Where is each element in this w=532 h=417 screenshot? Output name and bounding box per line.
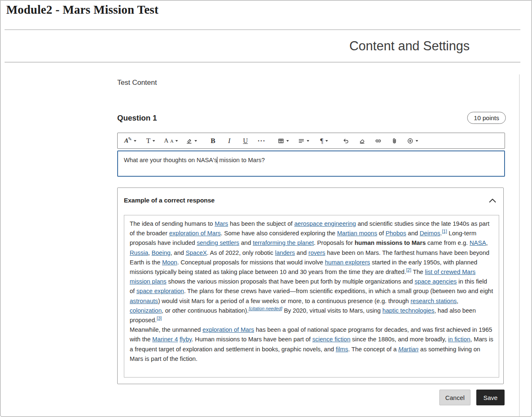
text-link[interactable]: exploration of Mars [202, 326, 254, 333]
text-link[interactable]: Russia [130, 249, 148, 256]
chevron-down-icon [325, 140, 328, 142]
points-badge[interactable]: 10 points [467, 112, 506, 124]
section-title: Content and Settings [349, 39, 470, 54]
more-options-button[interactable]: ··· [254, 135, 270, 147]
text-link[interactable]: Phobos [386, 230, 406, 237]
chevron-down-icon [416, 140, 418, 142]
chevron-down-icon [134, 140, 136, 142]
ellipsis-icon: ··· [258, 137, 266, 145]
text-link[interactable]: [2] [406, 267, 411, 272]
pencil-icon: ✎ [128, 136, 132, 142]
text-link[interactable]: rovers [308, 249, 325, 256]
text-link[interactable]: NASA [470, 239, 486, 246]
save-button[interactable]: Save [476, 390, 505, 405]
text-link[interactable]: Martian moons [337, 230, 377, 237]
eraser-icon [359, 138, 365, 144]
superscript-citation: [3] [157, 316, 162, 321]
chevron-down-icon [307, 140, 309, 142]
text-link[interactable]: astronauts [130, 298, 158, 304]
text-link[interactable]: Martian [398, 346, 419, 353]
cancel-button[interactable]: Cancel [439, 390, 470, 405]
underline-button[interactable]: U [237, 135, 254, 147]
bold-text: human missions to Mars [355, 239, 426, 246]
example-response-panel: Example of a correct response The idea o… [117, 188, 504, 384]
text-link[interactable]: Mars [214, 220, 228, 227]
bold-icon: B [211, 137, 215, 145]
example-header-toggle[interactable]: Example of a correct response [118, 188, 503, 204]
text-link[interactable]: Deimos [420, 230, 440, 237]
paperclip-icon [391, 138, 398, 144]
text-link[interactable]: Boeing [152, 249, 170, 256]
text-link[interactable]: films [336, 346, 348, 353]
text-link[interactable]: SpaceX [186, 249, 207, 256]
highlight-color-button[interactable] [181, 135, 202, 147]
chevron-down-icon [195, 140, 197, 142]
example-paragraph: The idea of sending humans to Mars has b… [130, 219, 493, 325]
text-link[interactable]: flyby [180, 336, 192, 343]
align-icon [298, 138, 305, 144]
editor-text-before-caret: What are your thoughts on NASA's [124, 157, 217, 163]
text-link[interactable]: in fiction [448, 336, 470, 343]
text-link[interactable]: science fiction [312, 336, 350, 343]
superscript-citation: [2] [406, 267, 411, 272]
example-paragraph: Meanwhile, the unmanned exploration of M… [130, 325, 493, 364]
table-icon [278, 138, 284, 144]
content-label: Test Content [117, 79, 157, 87]
divider-section [5, 62, 520, 62]
font-size-icon: A [164, 137, 169, 144]
page: Module2 - Mars Mission Test Content and … [0, 0, 532, 417]
divider-top [5, 30, 520, 30]
clear-formatting-button[interactable] [354, 135, 370, 147]
text-link[interactable]: space agencies [414, 278, 456, 285]
question-row: Question 1 10 points [117, 112, 506, 124]
font-style-icon: T [146, 137, 150, 145]
text-link[interactable]: human explorers [325, 259, 370, 266]
chevron-down-icon [286, 140, 289, 142]
attach-file-button[interactable] [386, 135, 402, 147]
superscript-citation: [1] [442, 229, 447, 234]
align-button[interactable] [293, 135, 314, 147]
text-link[interactable]: exploration of Mars [169, 230, 221, 237]
bold-button[interactable]: B [205, 135, 221, 147]
undo-icon [342, 138, 349, 144]
paragraph-format-button[interactable]: ¶ [314, 135, 334, 147]
scrollbar-track[interactable] [519, 74, 520, 416]
text-link[interactable]: landers [275, 249, 295, 256]
insert-content-button[interactable] [402, 135, 423, 147]
example-header-label: Example of a correct response [124, 197, 214, 204]
text-link[interactable]: aerospace engineering [294, 220, 356, 227]
text-link[interactable]: sending settlers [197, 239, 239, 246]
text-link[interactable]: colonization [130, 307, 162, 314]
chevron-up-icon[interactable] [489, 198, 496, 203]
undo-button[interactable] [337, 135, 354, 147]
page-title: Module2 - Mars Mission Test [6, 3, 158, 17]
example-response-text[interactable]: The idea of sending humans to Mars has b… [124, 215, 499, 378]
question-text-editor[interactable]: What are your thoughts on NASA's mission… [117, 151, 505, 177]
link-icon [375, 138, 382, 144]
text-link[interactable]: terraforming the planet [253, 239, 314, 246]
chevron-down-icon [153, 140, 155, 142]
text-link[interactable]: research stations [411, 298, 457, 304]
editor-text-after-caret: mission to Mars? [217, 157, 265, 163]
text-link[interactable]: Moon [162, 259, 177, 266]
text-link[interactable]: [citation needed] [249, 306, 282, 311]
text-link[interactable]: Mariner 4 [152, 336, 178, 343]
plus-circle-icon [407, 138, 414, 144]
highlight-icon [186, 138, 192, 144]
italic-button[interactable]: I [221, 135, 237, 147]
insert-link-button[interactable] [370, 135, 386, 147]
paragraph-icon: ¶ [320, 137, 323, 145]
superscript-citation: [citation needed] [249, 306, 282, 311]
font-size-button[interactable]: AA [161, 135, 181, 147]
chevron-down-icon [175, 140, 178, 142]
font-style-button[interactable]: T [140, 135, 161, 147]
text-color-button[interactable]: A✎ [120, 135, 140, 147]
footer-actions: Cancel Save [439, 390, 505, 405]
insert-table-button[interactable] [273, 135, 293, 147]
text-link[interactable]: [1] [442, 229, 447, 234]
text-link[interactable]: space exploration [136, 288, 184, 294]
text-link[interactable]: [3] [157, 316, 162, 321]
underline-icon: U [243, 137, 248, 145]
text-link[interactable]: haptic technologies [382, 307, 434, 314]
question-heading: Question 1 [117, 114, 157, 123]
